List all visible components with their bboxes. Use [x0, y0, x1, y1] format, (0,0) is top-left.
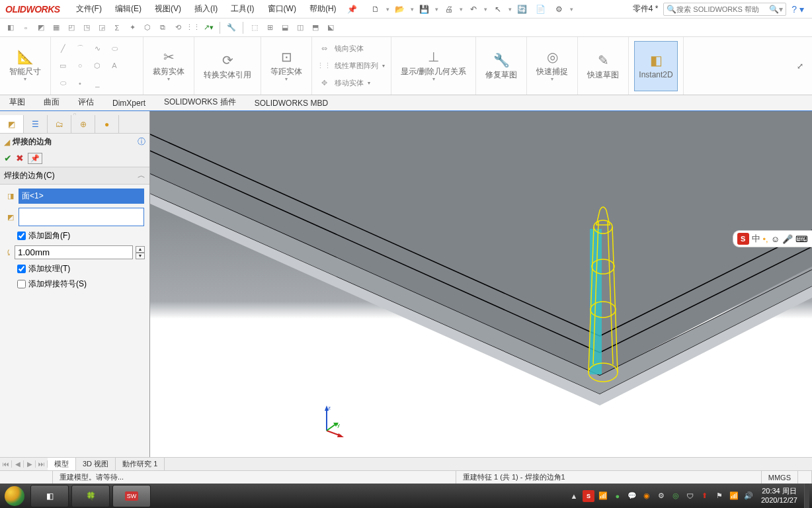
qat-icon[interactable]: ⊞ — [263, 21, 276, 34]
qat-icon[interactable]: ✦ — [126, 21, 139, 34]
qat-icon[interactable]: ▫ — [19, 21, 32, 34]
minimize-icon[interactable]: ⊟ — [759, 112, 774, 126]
tab-property[interactable]: ☰ — [24, 115, 48, 133]
qat-icon[interactable]: ◳ — [80, 21, 93, 34]
mirror-icon[interactable]: ⇔ — [317, 43, 331, 54]
qat-icon[interactable]: Σ — [110, 21, 124, 34]
spinner-down[interactable]: ▼ — [136, 253, 145, 259]
qat-icon[interactable]: ▦ — [50, 21, 63, 34]
new-icon[interactable]: 🗋 — [368, 3, 384, 16]
tray-icon[interactable]: ◎ — [670, 490, 682, 502]
tab-dim[interactable]: ⊕ — [71, 115, 95, 133]
search-glass-icon[interactable]: 🔍▾ — [769, 5, 783, 14]
arc-icon[interactable]: ⌒ — [73, 43, 87, 54]
qat-icon[interactable]: ⬡ — [141, 21, 154, 34]
breadcrumb[interactable]: ▶ 🧊 零件4（預設<<預設>_外... — [158, 127, 263, 137]
second-selection-input[interactable] — [19, 208, 144, 226]
open-icon[interactable]: 📂 — [392, 3, 408, 16]
poly-icon[interactable]: ⬡ — [91, 60, 104, 71]
move-icon[interactable]: ✥ — [317, 78, 331, 89]
qat-icon[interactable]: ◰ — [65, 21, 78, 34]
linear-pattern-icon[interactable]: ⋮⋮ — [317, 60, 331, 71]
hide-show-icon[interactable]: 👁 — [511, 113, 526, 126]
tab-sw-mbd[interactable]: SOLIDWORKS MBD — [245, 95, 337, 110]
tray-icon[interactable]: ⬆ — [699, 490, 711, 502]
trim-button[interactable]: ✂裁剪实体▾ — [149, 41, 188, 91]
save-icon[interactable]: 💾 — [417, 3, 432, 16]
ime-keyboard-icon[interactable]: ⌨ — [795, 234, 808, 244]
ime-emoji-icon[interactable]: ☺ — [771, 234, 780, 244]
quick-snap-button[interactable]: ◎快速捕捉▾ — [532, 41, 572, 91]
tray-icon[interactable]: ◉ — [641, 490, 653, 502]
print-icon[interactable]: 🖨 — [441, 3, 457, 16]
undo-icon[interactable]: ↶ — [466, 3, 481, 16]
tray-volume-icon[interactable]: 🔊 — [743, 490, 754, 502]
show-hide-button[interactable]: ⊥显示/删除几何关系▾ — [397, 41, 470, 91]
view-orient-icon[interactable]: 🧊 — [474, 113, 489, 126]
qat-icon[interactable]: ⬚ — [248, 21, 261, 34]
tab-nav-prev[interactable]: ◀ — [12, 460, 24, 468]
tab-evaluate[interactable]: 评估 — [69, 93, 103, 110]
rebuild-icon[interactable]: 🔄 — [514, 3, 530, 16]
spinner-up[interactable]: ▲ — [136, 246, 145, 253]
pin-icon[interactable]: 📌 — [347, 5, 357, 14]
offset-button[interactable]: ⊡等距实体▾ — [266, 41, 306, 91]
centerline-icon[interactable]: ⎯ — [91, 78, 104, 89]
tab-nav-next[interactable]: ▶ — [24, 460, 36, 468]
qat-icon[interactable]: ◧ — [4, 21, 17, 34]
task-button[interactable]: ◧ — [30, 485, 69, 507]
tab-surface[interactable]: 曲面 — [34, 93, 69, 110]
appearance-icon[interactable]: 🎨 — [530, 113, 544, 126]
tray-icon[interactable]: 🛡 — [684, 490, 696, 502]
start-button[interactable] — [0, 484, 29, 508]
rect-icon[interactable]: ▭ — [56, 60, 69, 71]
smart-dimension-button[interactable]: 📐 智能尺寸 ▾ — [5, 41, 45, 91]
help-icon[interactable]: ? ▾ — [792, 4, 804, 15]
tray-icon[interactable]: ⚙ — [655, 490, 667, 502]
pin-property-button[interactable]: 📌 — [28, 153, 42, 164]
instant2d-button[interactable]: ◧Instant2D — [634, 41, 677, 91]
tab-feature-tree[interactable]: ◩ — [0, 115, 24, 133]
ime-mic-icon[interactable]: 🎤 — [782, 234, 793, 244]
menu-file[interactable]: 文件(F) — [71, 1, 107, 17]
show-desktop-button[interactable] — [804, 484, 809, 508]
menu-view[interactable]: 视图(V) — [149, 1, 186, 17]
zoom-fit-icon[interactable]: 🔍 — [400, 113, 415, 126]
tab-3d-view[interactable]: 3D 视图 — [76, 458, 116, 470]
repair-button[interactable]: 🔧修复草图 — [481, 41, 521, 91]
select-icon[interactable]: ↖ — [490, 3, 506, 16]
tray-icon[interactable]: 📶 — [597, 490, 609, 502]
ime-floating-bar[interactable]: S 中 •, ☺ 🎤 ⌨ — [733, 230, 812, 247]
qat-icon[interactable]: ⬕ — [324, 21, 337, 34]
add-texture-checkbox[interactable] — [17, 265, 26, 273]
section-icon[interactable]: ◫ — [456, 113, 470, 126]
qat-icon[interactable]: ⟲ — [171, 21, 184, 34]
tab-sw-addins[interactable]: SOLIDWORKS 插件 — [155, 93, 245, 110]
display-style-icon[interactable]: ◐ — [493, 113, 507, 126]
tab-motion-study[interactable]: 動作研究 1 — [116, 458, 165, 470]
maximize-icon[interactable]: ⊡ — [776, 112, 791, 126]
tab-config[interactable]: 🗂 — [48, 115, 71, 133]
quick-sketch-button[interactable]: ✎快速草图 — [583, 41, 623, 91]
ellipse-icon[interactable]: ⬭ — [56, 78, 69, 89]
tab-nav-last[interactable]: ⏭ — [36, 460, 48, 468]
menu-insert[interactable]: 插入(I) — [189, 1, 223, 17]
search-box[interactable]: 🔍 🔍▾ — [663, 3, 786, 16]
section-header[interactable]: 焊接的边角(C) ︿ — [0, 167, 149, 185]
circle-icon[interactable]: ○ — [73, 60, 87, 71]
close-preview-icon[interactable]: ✖ — [794, 144, 809, 166]
close-vp-icon[interactable]: ⊠ — [793, 112, 808, 126]
spline-icon[interactable]: ∿ — [91, 43, 104, 54]
qat-icon[interactable]: ⬒ — [309, 21, 322, 34]
expand-icon[interactable]: ⤢ — [792, 60, 808, 73]
menu-edit[interactable]: 编辑(E) — [110, 1, 147, 17]
text-icon[interactable]: A — [108, 60, 121, 71]
convert-button[interactable]: ⟳转换实体引用 — [200, 41, 255, 91]
prev-view-icon[interactable]: ↶ — [437, 113, 452, 126]
search-input[interactable] — [676, 5, 769, 13]
menu-window[interactable]: 窗口(W) — [263, 1, 302, 17]
tray-sogou-icon[interactable]: S — [583, 490, 594, 502]
qat-icon[interactable]: ⧉ — [156, 21, 169, 34]
add-fillet-checkbox[interactable] — [17, 232, 26, 240]
line-icon[interactable]: ╱ — [56, 43, 69, 54]
